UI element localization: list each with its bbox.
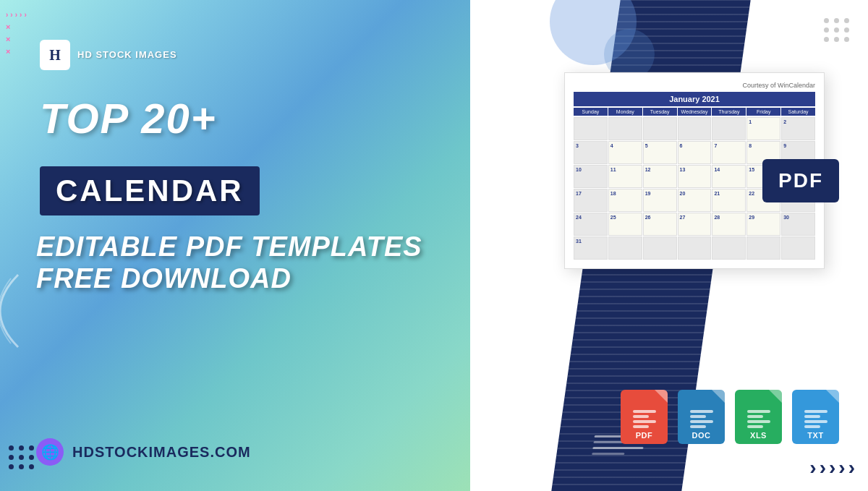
day-mon: Monday (608, 108, 642, 116)
table-row: 29 (746, 213, 780, 236)
format-label-txt: TXT (807, 431, 823, 440)
table-row: 19 (643, 189, 677, 212)
format-label-doc: DOC (692, 431, 711, 440)
table-row: 24 (574, 213, 608, 236)
main-container: › › › › › × × × H HD STOCK IMAGES TOP 20… (0, 0, 868, 491)
globe-icon: 🌐 (36, 438, 64, 466)
day-tue: Tuesday (643, 108, 677, 116)
website-url: HDSTOCKIMAGES.COM (72, 444, 251, 461)
arc-decoration (0, 268, 25, 357)
table-row (746, 236, 780, 260)
table-row: 31 (574, 236, 608, 260)
table-row: 28 (712, 213, 746, 236)
website-area: 🌐 HDSTOCKIMAGES.COM (36, 438, 251, 466)
logo-text: HD STOCK IMAGES (77, 49, 177, 61)
table-row: 5 (643, 141, 677, 164)
x-pattern-decoration: › › › › › × × × (6, 11, 27, 56)
table-row (678, 236, 712, 260)
format-icon-txt: TXT (792, 390, 839, 444)
table-row (712, 236, 746, 260)
table-row: 13 (678, 165, 712, 188)
table-row (643, 236, 677, 260)
table-row: 7 (712, 141, 746, 164)
chevron-right-2: › (820, 458, 826, 478)
day-thu: Thursday (712, 108, 746, 116)
day-sat: Saturday (781, 108, 815, 116)
logo-area: H HD STOCK IMAGES (40, 40, 177, 70)
arrows-bottom-right: › › › › › (809, 458, 855, 478)
chevron-right-1: › (809, 458, 816, 478)
table-row (574, 117, 608, 140)
table-row: 1 (746, 117, 780, 140)
table-row (608, 117, 642, 140)
table-row (643, 117, 677, 140)
table-row: 26 (643, 213, 677, 236)
calendar-preview: Courtesy of WinCalendar January 2021 Sun… (564, 72, 839, 347)
pdf-badge-overlay: PDF (762, 159, 839, 202)
top-twenty-heading: TOP 20+ (40, 94, 217, 142)
table-row (608, 236, 642, 260)
calendar-card-header: Courtesy of WinCalendar (574, 82, 815, 89)
calendar-badge-text: CALENDAR (56, 174, 244, 208)
table-row: 18 (608, 189, 642, 212)
format-icons-row: PDF DOC XLS (621, 390, 839, 444)
dots-decoration-bottom-left (9, 445, 35, 469)
calendar-days-header: Sunday Monday Tuesday Wednesday Thursday… (574, 108, 815, 116)
chevron-right-5: › (848, 458, 855, 478)
table-row: 25 (608, 213, 642, 236)
day-fri: Friday (746, 108, 780, 116)
table-row: 14 (712, 165, 746, 188)
table-row: 30 (781, 213, 815, 236)
table-row: 11 (608, 165, 642, 188)
subtitle-line1: EDITABLE PDF TEMPLATES (36, 231, 422, 263)
logo-letter: H (49, 47, 61, 64)
table-row: 27 (678, 213, 712, 236)
dots-decoration-top-right (824, 18, 850, 42)
calendar-month-header: January 2021 (574, 92, 815, 106)
day-wed: Wednesday (678, 108, 712, 116)
format-label-pdf: PDF (636, 431, 653, 440)
calendar-badge: CALENDAR (40, 166, 260, 215)
table-row: 17 (574, 189, 608, 212)
table-row (678, 117, 712, 140)
table-row: 20 (678, 189, 712, 212)
format-icon-pdf: PDF (621, 390, 668, 444)
table-row (781, 236, 815, 260)
format-icon-doc: DOC (678, 390, 725, 444)
table-row: 10 (574, 165, 608, 188)
table-row: 2 (781, 117, 815, 140)
table-row: 6 (678, 141, 712, 164)
table-row: 12 (643, 165, 677, 188)
subtitle-line2: FREE DOWNLOAD (36, 263, 422, 295)
day-sun: Sunday (574, 108, 608, 116)
table-row: 4 (608, 141, 642, 164)
subtitle-text: EDITABLE PDF TEMPLATES FREE DOWNLOAD (36, 231, 422, 294)
logo-box: H (40, 40, 70, 70)
format-label-xls: XLS (750, 431, 767, 440)
chevron-right-3: › (829, 458, 835, 478)
table-row: 3 (574, 141, 608, 164)
format-icon-xls: XLS (735, 390, 782, 444)
table-row (712, 117, 746, 140)
table-row: 21 (712, 189, 746, 212)
chevron-right-4: › (838, 458, 845, 478)
